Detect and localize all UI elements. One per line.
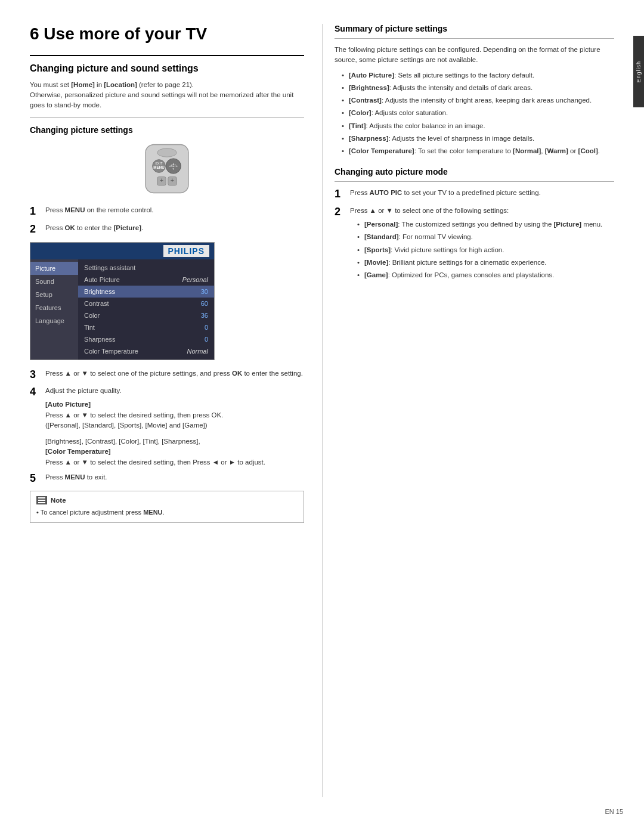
page-number: EN 15	[605, 808, 623, 815]
svg-point-1	[157, 148, 177, 157]
step-5-number: 5	[30, 472, 41, 485]
tv-menu-row-color-temp[interactable]: Color Temperature Normal	[78, 345, 214, 357]
option-movie: [Movie]: Brilliant picture settings for …	[357, 258, 614, 268]
step-4-auto-picture-label: [Auto Picture]	[45, 401, 91, 408]
option-standard: [Standard]: For normal TV viewing.	[357, 232, 614, 242]
svg-text:MENU: MENU	[153, 165, 165, 169]
step-1-number: 1	[30, 205, 41, 218]
step-4: 4 Adjust the picture quality. [Auto Pict…	[30, 386, 304, 467]
chapter-title: Use more of your TV	[44, 24, 207, 43]
tv-menu-row-auto-picture[interactable]: Auto Picture Personal	[78, 274, 214, 286]
step-4-content: Adjust the picture quality. [Auto Pictur…	[45, 386, 304, 467]
intro-text: You must set [Home] in [Location] (refer…	[30, 80, 304, 111]
left-column: 6 Use more of your TV Changing picture a…	[30, 24, 304, 797]
bullet-brightness: [Brightness]: Adjusts the intensity and …	[342, 83, 614, 93]
auto-picture-options-list: [Personal]: The customized settings you …	[357, 219, 614, 280]
menu-value-auto-picture: Personal	[182, 276, 208, 283]
right-section-auto-picture: Changing auto picture mode 1 Press AUTO …	[335, 167, 614, 284]
option-sports: [Sports]: Vivid picture settings for hig…	[357, 245, 614, 255]
tv-menu-item-setup[interactable]: Setup	[30, 288, 78, 301]
tv-menu-screenshot: PHILIPS Picture Sound Setup Features Lan…	[30, 242, 215, 360]
tv-menu-item-picture[interactable]: Picture	[30, 262, 78, 275]
side-tab-label: English	[636, 61, 642, 83]
note-text: • To cancel picture adjustment press MEN…	[36, 508, 298, 517]
menu-value-sharpness: 0	[205, 336, 208, 343]
right-divider-1	[335, 38, 614, 39]
svg-text:EXIT: EXIT	[156, 162, 163, 165]
step-1-content: Press MENU on the remote control.	[45, 205, 304, 215]
menu-label-auto-picture: Auto Picture	[84, 276, 120, 283]
chapter-heading: 6 Use more of your TV	[30, 24, 304, 44]
tv-menu-main: Settings assistant Auto Picture Personal…	[78, 259, 214, 360]
tv-menu-item-language[interactable]: Language	[30, 314, 78, 327]
bullet-tint: [Tint]: Adjusts the color balance in an …	[342, 121, 614, 131]
note-label: Note	[51, 497, 66, 504]
right-section-summary: Summary of picture settings The followin…	[335, 24, 614, 156]
step-4-auto-picture-options: ([Personal], [Standard], [Sports], [Movi…	[45, 422, 208, 429]
svg-text:SET: SET	[171, 165, 176, 168]
menu-label-sharpness: Sharpness	[84, 336, 116, 343]
note-icon-lines	[38, 497, 45, 503]
menu-label-tint: Tint	[84, 324, 95, 331]
step-4-brightness-section: [Brightness], [Contrast], [Color], [Tint…	[45, 436, 304, 467]
tv-menu-sidebar: Picture Sound Setup Features Language	[30, 259, 78, 360]
menu-value-contrast: 60	[201, 300, 208, 307]
color-temp-desc: Press ▲ or ▼ to select the desired setti…	[45, 459, 265, 466]
step-2-number: 2	[30, 223, 41, 236]
svg-text:▼: ▼	[172, 168, 175, 171]
step-3: 3 Press ▲ or ▼ to select one of the pict…	[30, 368, 304, 382]
note-box: Note • To cancel picture adjustment pres…	[30, 491, 304, 522]
subsection-picture-settings: Changing picture settings	[30, 125, 304, 135]
note-icon	[36, 496, 47, 504]
menu-value-tint: 0	[205, 324, 208, 331]
menu-value-brightness: 30	[201, 288, 208, 295]
menu-value-color-temp: Normal	[187, 348, 208, 355]
note-icon-line-1	[38, 497, 45, 498]
tv-menu-row-settings-assistant[interactable]: Settings assistant	[78, 262, 214, 274]
menu-label-contrast: Contrast	[84, 300, 109, 307]
note-icon-line-3	[38, 502, 45, 503]
right-step-2-number: 2	[335, 206, 345, 219]
tv-menu-row-tint[interactable]: Tint 0	[78, 321, 214, 333]
option-game: [Game]: Optimized for PCs, games console…	[357, 270, 614, 280]
svg-text:►: ►	[176, 165, 178, 168]
step-5-content: Press MENU to exit.	[45, 472, 304, 482]
color-temp-label: [Color Temperature]	[45, 448, 111, 455]
right-step-2: 2 Press ▲ or ▼ to select one of the foll…	[335, 206, 614, 284]
philips-logo: PHILIPS	[163, 245, 209, 257]
brightness-label: [Brightness], [Contrast], [Color], [Tint…	[45, 438, 200, 445]
section-divider-top	[30, 55, 304, 56]
step-4-number: 4	[30, 386, 41, 399]
step-4-auto-picture: [Auto Picture] Press ▲ or ▼ to select th…	[45, 400, 304, 431]
tv-menu-body: Picture Sound Setup Features Language Se…	[30, 259, 214, 360]
right-step-2-content: Press ▲ or ▼ to select one of the follow…	[350, 206, 614, 284]
menu-label-color: Color	[84, 312, 100, 319]
main-content: 6 Use more of your TV Changing picture a…	[0, 0, 644, 833]
tv-menu-item-sound[interactable]: Sound	[30, 275, 78, 288]
summary-heading: Summary of picture settings	[335, 24, 614, 33]
tv-menu-item-features[interactable]: Features	[30, 301, 78, 314]
menu-value-color: 36	[201, 312, 208, 319]
note-header: Note	[36, 496, 298, 504]
step-5: 5 Press MENU to exit.	[30, 472, 304, 485]
page-container: English 6 Use more of your TV Changing p…	[0, 0, 644, 833]
step-2: 2 Press OK to enter the [Picture].	[30, 223, 304, 236]
note-icon-line-2	[38, 500, 45, 501]
chapter-number: 6	[30, 24, 39, 43]
bullet-color-temperature: [Color Temperature]: To set the color te…	[342, 146, 614, 156]
step-2-content: Press OK to enter the [Picture].	[45, 223, 304, 233]
bullet-contrast: [Contrast]: Adjusts the intensity of bri…	[342, 95, 614, 106]
tv-menu-row-brightness[interactable]: Brightness 30	[78, 286, 214, 298]
menu-label-settings-assistant: Settings assistant	[84, 264, 135, 271]
bullet-color: [Color]: Adjusts color saturation.	[342, 108, 614, 118]
tv-menu-row-contrast[interactable]: Contrast 60	[78, 298, 214, 309]
right-step-1-content: Press AUTO PIC to set your TV to a prede…	[350, 188, 614, 198]
step-3-number: 3	[30, 368, 41, 382]
tv-menu-row-color[interactable]: Color 36	[78, 309, 214, 321]
summary-bullet-list: [Auto Picture]: Sets all picture setting…	[342, 70, 614, 157]
step-4-auto-picture-desc: Press ▲ or ▼ to select the desired setti…	[45, 411, 223, 419]
remote-control-image: EXIT MENU ▲ ▼ ◄ ► SET + +	[113, 142, 221, 196]
bullet-auto-picture: [Auto Picture]: Sets all picture setting…	[342, 70, 614, 80]
tv-menu-row-sharpness[interactable]: Sharpness 0	[78, 333, 214, 345]
svg-text:+: +	[171, 177, 174, 184]
